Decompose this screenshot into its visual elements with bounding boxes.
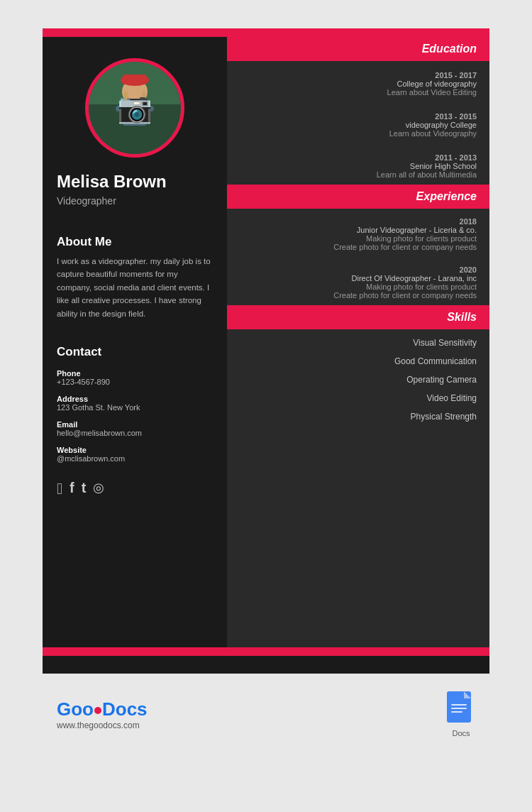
top-accent-bar: [43, 28, 489, 37]
docs-icon: Docs: [447, 691, 475, 737]
skill-4: Video Editing: [227, 385, 489, 403]
left-column: Melisa Brown Videographer About Me I wor…: [43, 37, 227, 647]
email-item: Email hello@melisabrown.com: [43, 416, 227, 441]
logo-docs: Docs: [102, 698, 148, 720]
svg-rect-16: [451, 704, 467, 706]
svg-rect-17: [451, 708, 467, 709]
edu-desc-2: Learn about Videography: [240, 129, 477, 138]
address-value: 123 Gotha St. New York: [57, 403, 213, 412]
svg-rect-8: [128, 99, 148, 111]
skills-header: Skills: [227, 305, 489, 329]
svg-rect-6: [142, 92, 145, 109]
edu-year-1: 2015 - 2017: [240, 71, 477, 79]
exp-company-1: Junior Videographer - Liceria & co.: [240, 226, 477, 234]
edu-school-1: College of videography: [240, 79, 477, 88]
exp-entry-2: 2020 Direct Of Videographer - Larana, in…: [227, 257, 489, 305]
website-label: Website: [57, 446, 213, 454]
profile-photo: [89, 62, 181, 154]
svg-rect-5: [124, 92, 128, 109]
facebook-icon[interactable]: : [57, 480, 62, 498]
website-value: @mclisabrown.com: [57, 454, 213, 463]
footer-logo: GooDocs: [57, 698, 148, 720]
address-item: Address 123 Gotha St. New York: [43, 390, 227, 416]
phone-item: Phone +123-4567-890: [43, 365, 227, 390]
resume-body: Melisa Brown Videographer About Me I wor…: [43, 37, 489, 647]
email-label: Email: [57, 420, 213, 429]
edu-year-3: 2011 - 2013: [240, 153, 477, 162]
instagram-icon[interactable]: ◎: [93, 480, 104, 498]
about-text: I work as a videographer. my daily job i…: [43, 255, 227, 334]
exp-company-2: Direct Of Videographer - Larana, inc: [240, 274, 477, 282]
photo-section: [43, 37, 227, 172]
edu-entry-1: 2015 - 2017 College of videography Learn…: [227, 61, 489, 102]
exp-detail-2b: Create photo for client or company needs: [240, 291, 477, 300]
education-header: Education: [227, 37, 489, 61]
edu-school-3: Senior High School: [240, 162, 477, 170]
experience-header: Experience: [227, 185, 489, 209]
svg-rect-12: [116, 106, 124, 111]
footer: GooDocs www.thegoodocs.com Docs: [43, 674, 489, 752]
twitter-icon[interactable]: t: [82, 480, 87, 498]
edu-year-2: 2013 - 2015: [240, 112, 477, 121]
right-column: Education 2015 - 2017 College of videogr…: [227, 37, 489, 647]
phone-label: Phone: [57, 369, 213, 378]
page-wrapper: Melisa Brown Videographer About Me I wor…: [0, 0, 532, 773]
svg-rect-18: [451, 711, 462, 713]
skill-2: Good Communication: [227, 348, 489, 366]
edu-desc-1: Learn about Video Editing: [240, 88, 477, 97]
about-heading: About Me: [43, 224, 227, 255]
footer-brand: GooDocs www.thegoodocs.com: [57, 698, 148, 730]
email-value: hello@melisabrown.com: [57, 429, 213, 437]
docs-label: Docs: [452, 729, 470, 737]
svg-rect-11: [140, 97, 145, 101]
facebook-icon-text[interactable]: f: [70, 480, 74, 498]
footer-url: www.thegoodocs.com: [57, 720, 148, 730]
skill-5: Physical Strength: [227, 403, 489, 422]
exp-entry-1: 2018 Junior Videographer - Liceria & co.…: [227, 209, 489, 257]
docs-file-icon: [447, 691, 475, 727]
edu-entry-3: 2011 - 2013 Senior High School Learn all…: [227, 143, 489, 185]
logo-goo: Goo: [57, 698, 94, 720]
phone-value: +123-4567-890: [57, 378, 213, 386]
social-icons:  f t ◎: [43, 467, 227, 505]
exp-year-1: 2018: [240, 217, 477, 226]
exp-year-2: 2020: [240, 265, 477, 274]
exp-detail-1b: Create photo for client or company needs: [240, 243, 477, 251]
svg-rect-13: [145, 106, 154, 111]
website-item: Website @mclisabrown.com: [43, 441, 227, 467]
exp-detail-1a: Making photo for clients product: [240, 234, 477, 243]
skill-1: Visual Sensitivity: [227, 329, 489, 348]
person-title: Videographer: [43, 195, 227, 224]
edu-entry-2: 2013 - 2015 videography College Learn ab…: [227, 102, 489, 143]
contact-heading: Contact: [43, 334, 227, 365]
logo-dot: [94, 707, 101, 714]
svg-point-9: [133, 100, 142, 109]
bottom-accent-bar: [43, 647, 489, 656]
svg-rect-1: [89, 104, 181, 154]
person-name: Melisa Brown: [43, 172, 227, 195]
edu-desc-3: Learn all of about Multimedia: [240, 170, 477, 179]
bottom-black-bar: [43, 656, 489, 674]
exp-detail-2a: Making photo for clients product: [240, 282, 477, 291]
edu-school-2: videography College: [240, 121, 477, 129]
address-label: Address: [57, 395, 213, 403]
skill-3: Operating Camera: [227, 366, 489, 385]
resume-card: Melisa Brown Videographer About Me I wor…: [43, 28, 489, 674]
profile-photo-circle: [85, 58, 184, 158]
svg-rect-4: [123, 75, 147, 84]
svg-rect-7: [123, 104, 147, 126]
svg-point-10: [135, 102, 140, 107]
